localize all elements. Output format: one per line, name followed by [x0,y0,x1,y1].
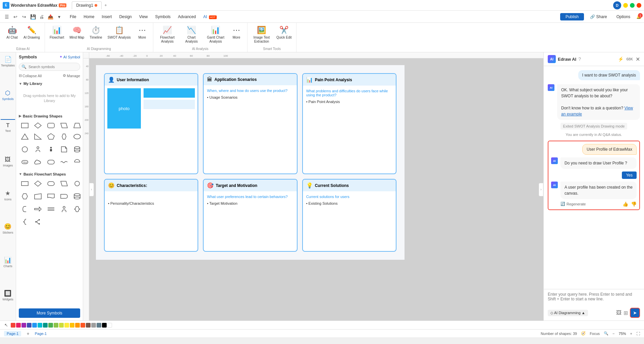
share-btn[interactable]: 🔗 Share [587,13,610,20]
page-add-btn[interactable]: + [26,331,29,336]
shape-prep[interactable] [19,191,31,201]
menu-design[interactable]: Design [116,13,135,20]
color-red[interactable] [11,323,15,328]
color-green[interactable] [48,323,53,328]
notification-btn[interactable]: 🔔 1 [636,14,641,19]
sidebar-tab-stickers[interactable]: 😊 Stickers [1,221,14,254]
shape-cloud[interactable] [32,157,44,167]
shape-yes-badge[interactable]: Yes [19,157,31,167]
sidebar-tab-icons[interactable]: ★ Icons [3,188,13,220]
shape-hexagon[interactable] [58,132,70,142]
close-btn[interactable] [637,3,641,8]
ribbon-timeline[interactable]: ⏱️ Timeline [88,24,104,41]
color-brown[interactable] [86,323,91,328]
shape-decision[interactable] [32,179,44,189]
menu-advanced[interactable]: Advanced [175,13,199,20]
color-teal[interactable] [43,323,48,328]
shape-pentagon[interactable] [45,132,57,142]
search-symbols-input[interactable] [19,63,80,71]
ai-symbol-btn[interactable]: ✦ AI Symbol [59,55,80,59]
nav-icon[interactable]: 🧭 [581,331,586,336]
ribbon-quick-edit[interactable]: ✂️ Quick Edit [274,24,294,41]
shape-circle[interactable] [19,144,31,154]
ai-close-btn[interactable]: ✕ [636,56,640,62]
ai-mode-selector[interactable]: ◇ AI Diagramming ▲ [548,310,588,316]
color-orange[interactable] [75,323,80,328]
shape-rounded-rect[interactable] [45,120,57,131]
shape-person3[interactable] [58,204,70,214]
shape-terminator[interactable] [45,179,57,189]
ai-lightning-icon[interactable]: ⚡ [618,56,624,62]
shape-lines[interactable] [45,204,57,214]
ribbon-chart-analysis[interactable]: 📉 Chart Analysis [180,24,203,45]
options-btn[interactable]: Options [613,13,634,20]
yes-btn[interactable]: Yes [622,171,637,179]
ribbon-more-diagramming[interactable]: ⋯ More [134,24,150,41]
collapse-all-btn[interactable]: ⊟ Collapse All [19,73,42,78]
color-cyan[interactable] [38,323,42,328]
shape-oval[interactable] [71,132,83,142]
sidebar-tab-widgets[interactable]: 🔲 Widgets [1,288,15,321]
ribbon-flowchart-analysis[interactable]: 📈 Flowchart Analysis [156,24,179,45]
sidebar-tab-text[interactable]: T Text [4,120,12,153]
color-blue[interactable] [32,323,37,328]
ribbon-gantt-analysis[interactable]: 📊 Gantt Chart Analysis [204,24,227,45]
shape-connector[interactable] [71,179,83,189]
shape-right-triangle[interactable] [32,132,44,142]
sidebar-tab-images[interactable]: 🖼 Images [2,154,14,187]
menu-symbols[interactable]: Symbols [152,13,174,20]
more-quick-btn[interactable]: ▾ [55,13,63,21]
color-yellow[interactable] [64,323,69,328]
color-grey[interactable] [91,323,96,328]
user-avatar[interactable]: D [613,1,621,9]
focus-label[interactable]: Focus [590,332,600,336]
redo-btn[interactable]: ↪ [20,13,28,21]
ribbon-swot[interactable]: 📋 SWOT Analysis [106,24,133,41]
shape-cylinder[interactable] [71,144,83,154]
ribbon-ai-chat[interactable]: 🤖 AI Chat [4,24,20,41]
color-black[interactable] [102,323,107,328]
shape-rect-rounded-2[interactable] [45,157,57,167]
manage-btn[interactable]: ⚙ Manage [63,73,80,78]
color-pink[interactable] [16,323,21,328]
menu-home[interactable]: Home [80,13,98,20]
zoom-icon[interactable]: 🔍 [604,331,608,336]
ai-send-btn[interactable]: ➤ [630,308,640,318]
shape-delay[interactable] [58,191,70,201]
ai-help-icon[interactable]: ? [578,56,581,62]
shape-db[interactable] [71,191,83,201]
menu-view[interactable]: View [136,13,151,20]
shape-arrow-right[interactable] [32,204,44,214]
shape-person[interactable] [32,144,44,154]
shape-person2[interactable] [45,144,57,154]
menu-insert[interactable]: Insert [98,13,115,20]
ai-input[interactable] [548,292,640,305]
canvas-collapse-left-btn[interactable]: ‹ [89,183,94,196]
more-symbols-btn[interactable]: More Symbols [19,308,80,318]
shape-bracket-left[interactable] [19,204,31,214]
shape-node-line[interactable] [32,217,44,227]
save-btn[interactable]: 💾 [29,13,37,21]
fullscreen-icon[interactable]: ⛶ [636,332,640,336]
shape-process[interactable] [19,179,31,189]
shape-half-circle[interactable] [71,157,83,167]
sidebar-tab-templates[interactable]: 📄 Templates [0,54,16,87]
menu-expand-btn[interactable]: ☰ [3,13,11,21]
canvas-viewport[interactable]: 👤 User Information photo [89,58,543,321]
zoom-plus[interactable]: + [630,332,632,336]
restore-btn[interactable] [630,3,635,8]
ribbon-image-text[interactable]: 🖼️ Image Text Extraction [250,24,273,45]
color-lime[interactable] [59,323,64,328]
menu-file[interactable]: File [66,13,79,20]
undo-btn[interactable]: ↩ [11,13,19,21]
shape-curly-brace[interactable] [19,217,31,227]
shape-parallelogram[interactable] [58,120,70,131]
zoom-minus[interactable]: − [612,332,614,336]
minimize-btn[interactable] [623,3,628,8]
sidebar-tab-symbols[interactable]: ⬡ Symbols [1,87,15,120]
ribbon-flowchart[interactable]: 📊 Flowchart [48,24,66,41]
shape-trapezoid[interactable] [71,120,83,131]
ribbon-ai-drawing[interactable]: ✏️ AI Drawing [21,24,42,41]
print-btn[interactable]: 🖨 [38,13,46,21]
shape-rectangle[interactable] [19,120,31,131]
